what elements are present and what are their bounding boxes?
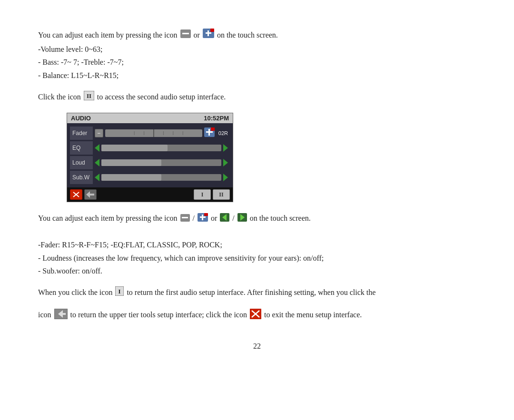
subw-slider-area xyxy=(93,174,230,181)
loud-label: Loud xyxy=(70,156,93,169)
para4-post: to return the first audio setup interfac… xyxy=(127,288,376,296)
svg-marker-23 xyxy=(223,174,228,181)
page-number: 22 xyxy=(38,342,476,351)
footer-back-btn[interactable] xyxy=(84,189,97,200)
audio-title: AUDIO xyxy=(71,115,91,122)
svg-text:II: II xyxy=(87,92,91,99)
audio-row-loud: Loud xyxy=(70,156,230,169)
audio-screenshot: AUDIO 10:52PM Fader − xyxy=(67,113,233,202)
para3-slash1: / xyxy=(193,214,195,222)
audio-row-fader: Fader − xyxy=(70,127,230,140)
plus-icon-2 xyxy=(198,213,208,225)
footer-roman-one-btn[interactable]: I xyxy=(194,189,211,200)
para3-slash2: / xyxy=(232,214,234,222)
para5-mid: to return the upper tier tools setup int… xyxy=(70,311,247,319)
audio-row-eq: EQ xyxy=(70,141,230,155)
plus-icon-1 xyxy=(203,29,214,43)
fader-plus-wrap[interactable] xyxy=(204,127,215,139)
eq-label: EQ xyxy=(70,141,93,155)
audio-header: AUDIO 10:52PM xyxy=(67,113,233,123)
fader-value: 02R xyxy=(215,130,228,136)
audio-body: Fader − xyxy=(67,123,233,187)
svg-rect-16 xyxy=(208,129,210,136)
para3-line2: -Fader: R15~R-F~F15; -EQ:FLAT, CLASSIC, … xyxy=(38,241,222,249)
para1-or: or xyxy=(194,31,200,39)
svg-rect-33 xyxy=(204,213,208,216)
audio-footer: I II xyxy=(67,187,233,202)
fader-minus[interactable]: − xyxy=(95,129,103,137)
paragraph-4: When you click the icon I to return the … xyxy=(38,286,476,300)
svg-rect-32 xyxy=(202,215,203,220)
footer-roman-two-btn[interactable]: II xyxy=(213,189,230,200)
subw-label: Sub.W xyxy=(70,171,93,184)
svg-marker-22 xyxy=(95,174,99,181)
audio-row-subw: Sub.W xyxy=(70,171,230,184)
svg-rect-17 xyxy=(211,127,215,131)
roman-two-icon: II xyxy=(84,91,94,104)
minus-icon-1 xyxy=(180,29,191,43)
para3-line3: - Loudness (increases the low frequency,… xyxy=(38,254,324,262)
para1-post: on the touch screen. xyxy=(217,31,278,39)
page-content: You can adjust each item by pressing the… xyxy=(38,29,476,323)
para3-or: or xyxy=(211,214,217,222)
svg-rect-27 xyxy=(89,194,94,195)
back-icon xyxy=(54,309,68,323)
svg-marker-26 xyxy=(86,191,90,198)
roman-one-icon: I xyxy=(115,286,124,300)
para3-post: on the touch screen. xyxy=(250,214,311,222)
para1-pre: You can adjust each item by pressing the… xyxy=(38,31,178,39)
paragraph-5: icon to return the upper tier tools setu… xyxy=(38,308,476,322)
svg-rect-42 xyxy=(62,313,66,315)
paragraph-1: You can adjust each item by pressing the… xyxy=(38,29,476,82)
svg-rect-4 xyxy=(208,30,209,36)
audio-time: 10:52PM xyxy=(204,115,229,122)
para5-pre: icon xyxy=(38,311,51,319)
close-icon-inline xyxy=(250,309,261,323)
para1-line3: - Bass: -7~ 7; -Treble: -7~7; xyxy=(38,58,124,66)
fader-label: Fader xyxy=(70,127,93,140)
svg-marker-21 xyxy=(223,159,228,166)
footer-close-btn[interactable] xyxy=(70,189,82,200)
para3-line4: - Sub.woofer: on/off. xyxy=(38,267,102,275)
paragraph-2: Click the icon II to access the second a… xyxy=(38,90,476,104)
para2-post: to access the second audio setup interfa… xyxy=(97,93,226,101)
minus-icon-2 xyxy=(180,213,190,225)
svg-marker-20 xyxy=(95,159,99,166)
para2-pre: Click the icon xyxy=(38,93,81,101)
svg-text:I: I xyxy=(119,288,121,295)
svg-marker-18 xyxy=(95,144,99,152)
svg-rect-29 xyxy=(182,217,188,218)
para1-line4: - Balance: L15~L-R~R15; xyxy=(38,71,119,79)
para4-pre: When you click the icon xyxy=(38,288,112,296)
para1-line2: -Volume level: 0~63; xyxy=(38,45,102,53)
arrow-right-icon xyxy=(237,213,247,225)
paragraph-3: You can adjust each item by pressing the… xyxy=(38,212,476,277)
para5-post: to exit the menu setup interface. xyxy=(264,311,362,319)
fader-track xyxy=(105,129,202,137)
svg-rect-1 xyxy=(182,33,189,34)
para3-pre: You can adjust each item by pressing the… xyxy=(38,214,178,222)
arrow-left-icon xyxy=(220,213,229,225)
para1-text: You can adjust each item by pressing the… xyxy=(38,31,278,39)
loud-slider-area xyxy=(93,159,230,166)
svg-rect-5 xyxy=(210,29,214,32)
fader-slider-area: − xyxy=(93,127,230,139)
eq-slider-area xyxy=(93,144,230,152)
svg-marker-19 xyxy=(223,144,228,152)
